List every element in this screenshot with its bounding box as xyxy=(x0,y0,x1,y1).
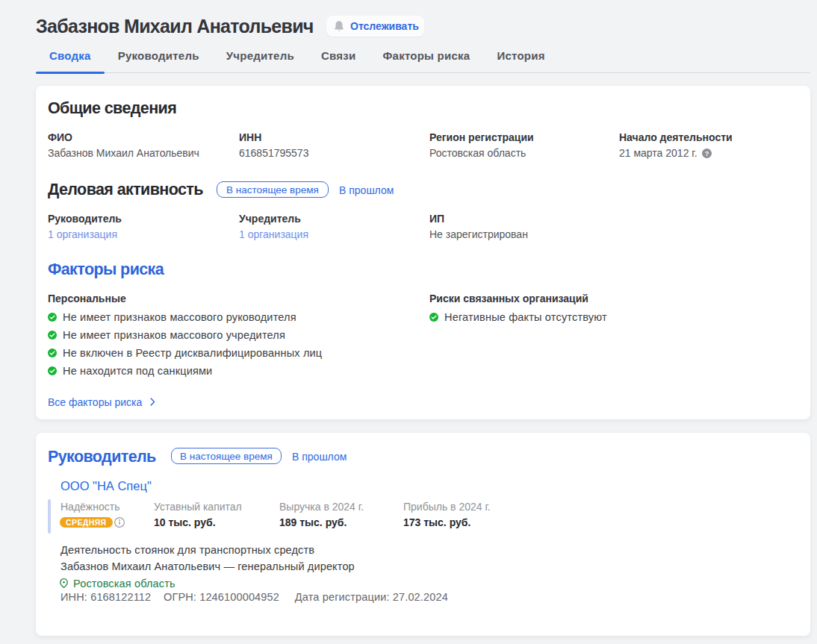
svg-text:?: ? xyxy=(705,150,709,157)
